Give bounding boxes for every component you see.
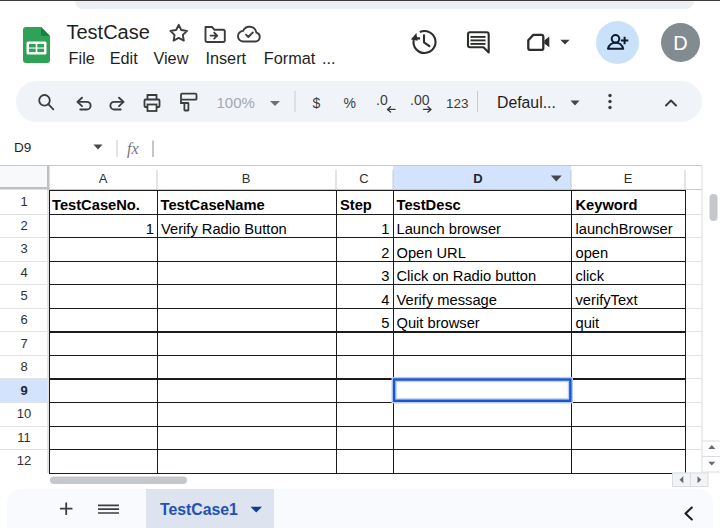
svg-text:Insert: Insert [205,49,246,67]
svg-text:2: 2 [20,218,27,233]
svg-text:4: 4 [381,292,389,308]
svg-text:8: 8 [20,359,27,374]
svg-text:D: D [473,171,482,186]
svg-text:5: 5 [381,315,389,331]
svg-text:123: 123 [446,96,469,111]
svg-text:9: 9 [20,383,27,398]
svg-text:Edit: Edit [110,49,139,67]
svg-text:D: D [673,32,687,54]
svg-text:Verify message: Verify message [397,292,497,308]
svg-text:quit: quit [576,315,600,331]
svg-text:.0: .0 [376,92,388,108]
svg-text:C: C [359,171,368,186]
svg-text:fx: fx [127,140,139,158]
svg-text:...: ... [322,49,336,67]
svg-text:open: open [576,245,609,261]
svg-text:Click on Radio button: Click on Radio button [397,268,537,284]
svg-text:3: 3 [381,268,389,284]
svg-text:11: 11 [17,430,31,445]
svg-text:Format: Format [264,49,316,67]
svg-text:D9: D9 [14,140,31,155]
svg-text:TestCase1: TestCase1 [160,501,238,518]
svg-text:1: 1 [20,194,27,209]
svg-text:TestCaseNo.: TestCaseNo. [52,197,140,213]
svg-text:100%: 100% [217,94,255,111]
svg-text:launchBrowser: launchBrowser [576,221,673,237]
svg-text:3: 3 [20,241,27,256]
svg-text:View: View [153,49,188,67]
svg-text:TestDesc: TestDesc [397,197,461,213]
svg-text:Verify Radio Button: Verify Radio Button [161,221,287,237]
svg-text:Defaul...: Defaul... [497,94,556,111]
svg-text:TestCaseName: TestCaseName [161,197,265,213]
svg-text:12: 12 [17,453,31,468]
svg-text:1: 1 [381,221,389,237]
svg-text:6: 6 [20,312,27,327]
svg-text:2: 2 [381,245,389,261]
svg-text:10: 10 [17,406,31,421]
svg-text:7: 7 [20,336,27,351]
svg-text:A: A [99,171,108,186]
svg-text:Step: Step [340,197,372,213]
svg-text:B: B [242,171,251,186]
svg-text:Open URL: Open URL [397,245,466,261]
svg-text:TestCase: TestCase [67,21,150,43]
svg-text:1: 1 [146,221,154,237]
svg-text:Quit browser: Quit browser [397,315,480,331]
svg-text:E: E [624,171,633,186]
svg-text:4: 4 [20,265,27,280]
svg-text:$: $ [313,95,321,111]
svg-text:File: File [69,49,95,67]
svg-text:verifyText: verifyText [576,292,638,308]
svg-text:%: % [344,95,356,111]
svg-text:click: click [576,268,605,284]
svg-text:Launch browser: Launch browser [397,221,502,237]
svg-text:Keyword: Keyword [576,197,638,213]
svg-text:.00: .00 [410,92,430,108]
svg-text:5: 5 [20,288,27,303]
